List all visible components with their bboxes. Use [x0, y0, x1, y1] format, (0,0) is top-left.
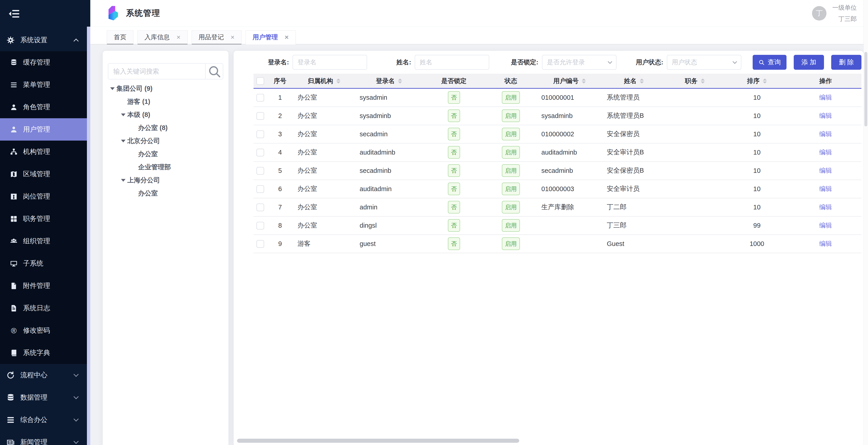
column-header-用户编号[interactable]: 用户编号 — [537, 74, 602, 89]
filter-input-姓名[interactable] — [415, 55, 489, 70]
filter-select-用户状态[interactable]: 用户状态 — [667, 55, 741, 70]
collapse-sidebar-icon[interactable] — [8, 8, 20, 20]
add-button[interactable]: 添 加 — [794, 55, 824, 70]
cell-action: 编辑 — [790, 235, 862, 253]
tree-node-集团公司 (9)[interactable]: 集团公司 (9) — [108, 82, 223, 95]
column-header-label: 职务 — [685, 77, 698, 85]
edit-link[interactable]: 编辑 — [819, 167, 832, 174]
tab-首页[interactable]: 首页 — [107, 30, 133, 44]
edit-link[interactable]: 编辑 — [819, 185, 832, 192]
sidebar-group-流程中心[interactable]: 流程中心 — [0, 364, 87, 386]
sidebar-group-数据管理[interactable]: 数据管理 — [0, 386, 87, 409]
user-menu[interactable]: 丁 一级单位 丁三郎 — [812, 2, 857, 25]
sidebar-item-职务管理[interactable]: 职务管理 — [0, 208, 87, 230]
column-header-姓名[interactable]: 姓名 — [602, 74, 665, 89]
tree-node-label: 办公室 — [138, 150, 158, 159]
sidebar-item-岗位管理[interactable]: 岗位管理 — [0, 185, 87, 208]
tree-search-button[interactable] — [205, 64, 223, 79]
sidebar-item-系统日志[interactable]: 系统日志 — [0, 297, 87, 319]
tree-node-游客 (1)[interactable]: 游客 (1) — [108, 95, 223, 108]
row-checkbox[interactable] — [256, 185, 264, 193]
table-row: 9游客guest否启用Guest1000编辑 — [253, 235, 862, 253]
cell-sort: 10 — [724, 143, 790, 162]
cell-action: 编辑 — [790, 162, 862, 180]
horizontal-scrollbar-thumb[interactable] — [237, 439, 519, 443]
tree-search-input[interactable] — [108, 64, 205, 79]
vertical-scrollbar[interactable] — [864, 0, 868, 445]
cell-name: 系统管理员B — [602, 107, 665, 125]
tree-node-北京分公司[interactable]: 北京分公司 — [108, 134, 223, 148]
cell-sort: 10 — [724, 89, 790, 107]
chevron-down-icon — [73, 394, 79, 399]
sidebar-scrollbar[interactable] — [87, 27, 90, 445]
edit-link[interactable]: 编辑 — [819, 112, 832, 119]
column-header-登录名[interactable]: 登录名 — [355, 74, 423, 89]
tree-node-企业管理部[interactable]: 企业管理部 — [108, 161, 223, 174]
row-checkbox[interactable] — [256, 94, 264, 101]
sidebar-group-综合办公[interactable]: 综合办公 — [0, 409, 87, 431]
filter-select-是否允许登录[interactable]: 是否允许登录 — [542, 55, 617, 70]
column-header-排序[interactable]: 排序 — [724, 74, 790, 89]
sidebar-item-菜单管理[interactable]: 菜单管理 — [0, 73, 87, 96]
sidebar-item-附件管理[interactable]: 附件管理 — [0, 275, 87, 297]
row-checkbox-cell — [253, 125, 267, 143]
tree-node-办公室 (8)[interactable]: 办公室 (8) — [108, 121, 223, 134]
row-checkbox[interactable] — [256, 167, 264, 174]
table-row: 4办公室auditadminb否启用auditadminb安全审计员B10编辑 — [253, 143, 862, 162]
tab-用品登记[interactable]: 用品登记× — [192, 30, 242, 44]
edit-link[interactable]: 编辑 — [819, 222, 832, 229]
edit-link[interactable]: 编辑 — [819, 240, 832, 247]
sidebar-item-角色管理[interactable]: 角色管理 — [0, 96, 87, 118]
edit-link[interactable]: 编辑 — [819, 130, 832, 137]
filter-group: 用户状态:用户状态 — [636, 55, 741, 70]
status-badge: 启用 — [502, 237, 520, 250]
sidebar-item-子系统[interactable]: 子系统 — [0, 252, 87, 275]
delete-button[interactable]: 删 除 — [831, 55, 862, 70]
column-header-label: 姓名 — [624, 77, 637, 85]
sidebar-item-修改密码[interactable]: ®修改密码 — [0, 319, 87, 342]
tab-label: 用户管理 — [253, 33, 278, 41]
tree-node-上海分公司[interactable]: 上海分公司 — [108, 174, 223, 187]
row-checkbox[interactable] — [256, 149, 264, 156]
sidebar-menu: 系统设置缓存管理菜单管理角色管理用户管理机构管理区域管理岗位管理职务管理组织管理… — [0, 29, 87, 445]
tree-node-办公室[interactable]: 办公室 — [108, 187, 223, 200]
sidebar-item-缓存管理[interactable]: 缓存管理 — [0, 51, 87, 73]
close-tab-icon[interactable]: × — [285, 34, 289, 41]
select-placeholder: 用户状态 — [672, 58, 697, 67]
cell-user-no: secadminb — [537, 162, 602, 180]
tree-node-label: 游客 (1) — [127, 97, 150, 106]
tree-node-办公室[interactable]: 办公室 — [108, 148, 223, 161]
select-all-checkbox[interactable] — [256, 77, 264, 85]
sidebar-item-用户管理[interactable]: 用户管理 — [0, 118, 87, 140]
sidebar-item-区域管理[interactable]: 区域管理 — [0, 163, 87, 185]
sidebar-group-系统设置[interactable]: 系统设置 — [0, 29, 87, 51]
row-checkbox[interactable] — [256, 112, 264, 120]
edit-link[interactable]: 编辑 — [819, 149, 832, 156]
row-checkbox[interactable] — [256, 130, 264, 138]
edit-link[interactable]: 编辑 — [819, 203, 832, 211]
vertical-scrollbar-thumb[interactable] — [864, 52, 867, 126]
column-header-归属机构[interactable]: 归属机构 — [293, 74, 355, 89]
close-tab-icon[interactable]: × — [177, 34, 181, 41]
avatar[interactable]: 丁 — [812, 6, 827, 21]
row-checkbox[interactable] — [256, 240, 264, 248]
cell-seq: 6 — [267, 180, 293, 198]
sidebar-group-新闻管理[interactable]: 新闻管理 — [0, 431, 87, 445]
filter-input-登录名[interactable] — [292, 55, 367, 70]
column-header-职务[interactable]: 职务 — [665, 74, 724, 89]
tab-入库信息[interactable]: 入库信息× — [137, 30, 188, 44]
row-checkbox[interactable] — [256, 222, 264, 229]
sidebar-item-组织管理[interactable]: 组织管理 — [0, 230, 87, 252]
sidebar-item-系统字典[interactable]: 系统字典 — [0, 342, 87, 364]
attachment-icon — [10, 282, 18, 290]
search-button[interactable]: 查询 — [753, 55, 786, 70]
cell-login: auditadminb — [355, 143, 423, 162]
dictionary-icon — [10, 349, 18, 357]
cell-duty — [665, 162, 724, 180]
tab-用户管理[interactable]: 用户管理× — [246, 30, 296, 44]
close-tab-icon[interactable]: × — [231, 34, 235, 41]
sidebar-item-机构管理[interactable]: 机构管理 — [0, 140, 87, 163]
tree-node-本级 (8)[interactable]: 本级 (8) — [108, 108, 223, 121]
edit-link[interactable]: 编辑 — [819, 94, 832, 101]
row-checkbox[interactable] — [256, 203, 264, 211]
